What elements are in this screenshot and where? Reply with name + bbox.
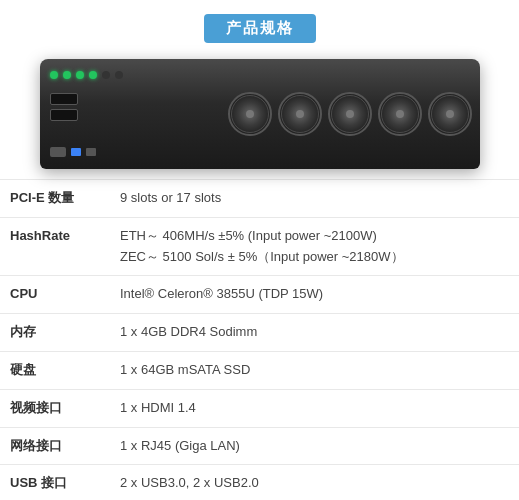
fan-center-1 bbox=[246, 110, 254, 118]
spec-value-1: ETH～ 406MH/s ±5% (Input power ~2100W)ZEC… bbox=[110, 217, 519, 276]
spec-label-3: 内存 bbox=[0, 314, 110, 352]
led-6 bbox=[115, 71, 123, 79]
led-1 bbox=[50, 71, 58, 79]
page-title: 产品规格 bbox=[226, 19, 294, 36]
chassis-fans bbox=[170, 92, 480, 136]
spec-row-6: 网络接口1 x RJ45 (Giga LAN) bbox=[0, 427, 519, 465]
usb3-port bbox=[71, 148, 81, 156]
fan-center-4 bbox=[396, 110, 404, 118]
spec-row-0: PCI-E 数量9 slots or 17 slots bbox=[0, 180, 519, 218]
spec-value-line: 1 x 64GB mSATA SSD bbox=[120, 360, 509, 381]
fan-center-5 bbox=[446, 110, 454, 118]
drive-slot-1 bbox=[50, 93, 78, 105]
spec-value-line: Intel® Celeron® 3855U (TDP 15W) bbox=[120, 284, 509, 305]
fan-1 bbox=[228, 92, 272, 136]
spec-row-7: USB 接口2 x USB3.0, 2 x USB2.0 bbox=[0, 465, 519, 500]
front-ports bbox=[50, 147, 96, 157]
spec-value-4: 1 x 64GB mSATA SSD bbox=[110, 351, 519, 389]
spec-value-3: 1 x 4GB DDR4 Sodimm bbox=[110, 314, 519, 352]
spec-label-5: 视频接口 bbox=[0, 389, 110, 427]
spec-label-4: 硬盘 bbox=[0, 351, 110, 389]
spec-value-line: 2 x USB3.0, 2 x USB2.0 bbox=[120, 473, 509, 494]
spec-value-line: 1 x 4GB DDR4 Sodimm bbox=[120, 322, 509, 343]
usb2-port bbox=[86, 148, 96, 156]
spec-label-2: CPU bbox=[0, 276, 110, 314]
drive-slot-2 bbox=[50, 109, 78, 121]
fan-center-2 bbox=[296, 110, 304, 118]
fan-4 bbox=[378, 92, 422, 136]
page-wrapper: 产品规格 bbox=[0, 0, 519, 500]
spec-value-2: Intel® Celeron® 3855U (TDP 15W) bbox=[110, 276, 519, 314]
spec-value-6: 1 x RJ45 (Giga LAN) bbox=[110, 427, 519, 465]
fan-3 bbox=[328, 92, 372, 136]
spec-label-7: USB 接口 bbox=[0, 465, 110, 500]
hdmi-port bbox=[50, 147, 66, 157]
product-image-area bbox=[0, 53, 519, 179]
spec-value-line: 9 slots or 17 slots bbox=[120, 188, 509, 209]
led-row bbox=[50, 71, 160, 79]
fan-center-3 bbox=[346, 110, 354, 118]
spec-label-0: PCI-E 数量 bbox=[0, 180, 110, 218]
drive-slots bbox=[50, 93, 160, 121]
led-2 bbox=[63, 71, 71, 79]
title-badge: 产品规格 bbox=[204, 14, 316, 43]
spec-label-6: 网络接口 bbox=[0, 427, 110, 465]
spec-value-line: ZEC～ 5100 Sol/s ± 5%（Input power ~2180W） bbox=[120, 247, 509, 268]
spec-value-7: 2 x USB3.0, 2 x USB2.0 bbox=[110, 465, 519, 500]
spec-value-line: 1 x HDMI 1.4 bbox=[120, 398, 509, 419]
spec-row-2: CPUIntel® Celeron® 3855U (TDP 15W) bbox=[0, 276, 519, 314]
spec-value-5: 1 x HDMI 1.4 bbox=[110, 389, 519, 427]
led-3 bbox=[76, 71, 84, 79]
specs-table: PCI-E 数量9 slots or 17 slotsHashRateETH～ … bbox=[0, 179, 519, 500]
spec-row-5: 视频接口1 x HDMI 1.4 bbox=[0, 389, 519, 427]
led-4 bbox=[89, 71, 97, 79]
spec-row-1: HashRateETH～ 406MH/s ±5% (Input power ~2… bbox=[0, 217, 519, 276]
spec-label-1: HashRate bbox=[0, 217, 110, 276]
fan-5 bbox=[428, 92, 472, 136]
spec-value-line: ETH～ 406MH/s ±5% (Input power ~2100W) bbox=[120, 226, 509, 247]
server-chassis bbox=[40, 59, 480, 169]
spec-value-line: 1 x RJ45 (Giga LAN) bbox=[120, 436, 509, 457]
chassis-left-panel bbox=[40, 59, 170, 169]
led-5 bbox=[102, 71, 110, 79]
spec-value-0: 9 slots or 17 slots bbox=[110, 180, 519, 218]
spec-row-3: 内存1 x 4GB DDR4 Sodimm bbox=[0, 314, 519, 352]
fan-2 bbox=[278, 92, 322, 136]
spec-row-4: 硬盘1 x 64GB mSATA SSD bbox=[0, 351, 519, 389]
